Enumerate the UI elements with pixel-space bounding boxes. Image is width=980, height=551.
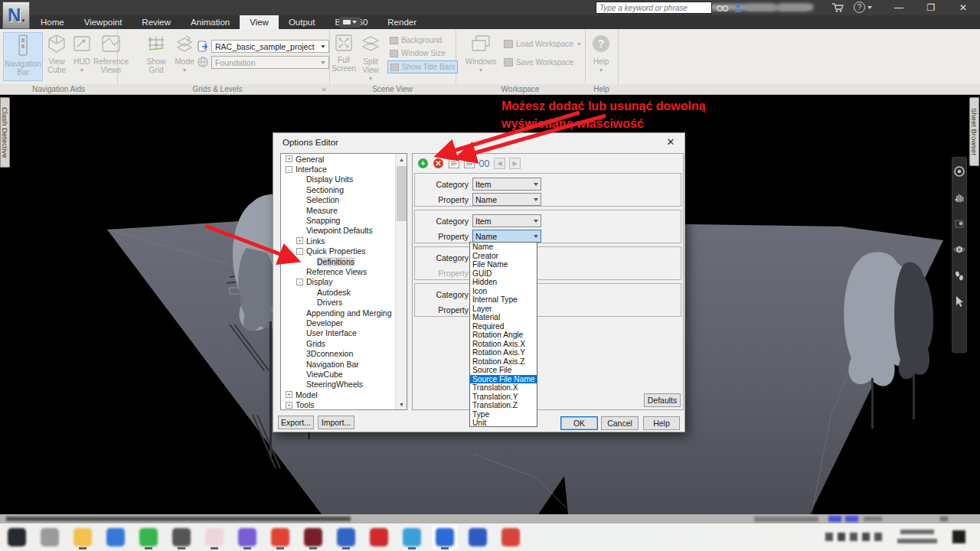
load-workspace-button[interactable]: Load Workspace ▼ [501,38,584,50]
expand-icon[interactable]: + [286,402,292,409]
view-cube-button[interactable]: View Cube [44,32,69,81]
tree-item-autodesk[interactable]: Autodesk [281,287,407,297]
taskbar-app-icon-9[interactable] [271,528,289,546]
windows-button[interactable]: Windows ▼ [466,32,496,81]
taskbar-app-icon-13[interactable] [403,528,421,546]
tree-item-selection[interactable]: Selection [281,195,407,205]
dropdown-item-material[interactable]: Material [470,313,537,322]
tree-item-model[interactable]: +Model [281,390,407,399]
add-property-button[interactable]: + [416,158,430,170]
save-workspace-button[interactable]: Save Workspace [501,57,576,68]
tree-scrollbar[interactable]: ▲ ▼ [395,154,407,409]
forward-button[interactable]: ▶ [508,158,521,170]
dropdown-item-layer[interactable]: Layer [470,305,537,314]
dropdown-item-rotation-axis-z[interactable]: Rotation Axis.Z [470,357,537,367]
binoculars-search-icon[interactable] [717,3,729,12]
taskbar-app-icon-7[interactable] [205,528,224,546]
property-combo[interactable]: Name [472,193,541,206]
grid-mode-button[interactable]: Mode ▼ [173,32,196,81]
dropdown-item-required[interactable]: Required [470,322,537,331]
taskbar-app-icon-15[interactable] [469,528,487,546]
level-combo[interactable]: Foundation [211,56,329,69]
tab-output[interactable]: Output [279,15,325,29]
tree-item-interface[interactable]: -Interface [281,164,407,174]
move-up-list-icon[interactable] [447,158,460,170]
project-combo[interactable]: RAC_basic_sample_project [211,40,329,53]
property-dropdown-list[interactable]: NameCreatorFile NameGUIDHiddenIconIntern… [469,242,537,427]
taskbar-app-icon-1[interactable] [8,528,26,546]
tree-item-display-units[interactable]: Display Units [281,174,407,184]
grids-levels-expander-icon[interactable]: » [318,85,329,93]
scroll-up-icon[interactable]: ▲ [396,154,407,165]
dropdown-item-hidden[interactable]: Hidden [470,278,537,287]
search-input[interactable] [596,2,712,14]
navigation-toolbar[interactable] [952,157,967,353]
cancel-button[interactable]: Cancel [601,416,639,430]
help-icon[interactable]: ? [854,2,865,13]
tray-app-icon[interactable] [952,530,965,543]
full-screen-button[interactable]: Full Screen [332,32,356,81]
tab-viewpoint[interactable]: Viewpoint [74,15,132,29]
show-grid-button[interactable]: Show Grid [144,32,168,81]
export-levels-icon[interactable] [198,41,209,52]
taskbar-app-icon-4[interactable] [106,528,125,546]
taskbar-app-icon-5[interactable] [139,528,158,546]
collapse-icon[interactable]: - [296,279,303,285]
select-arrow-tool-icon[interactable] [953,295,965,311]
tree-item-viewcube[interactable]: ViewCube [281,369,407,379]
back-button[interactable]: ◀ [493,158,506,170]
dropdown-item-name[interactable]: Name [470,243,537,252]
dropdown-item-internal-type[interactable]: Internal Type [470,295,537,305]
tree-item-sectioning[interactable]: Sectioning [281,184,407,194]
dropdown-item-translation-z[interactable]: Translation.Z [470,401,537,410]
tab-render[interactable]: Render [377,15,426,29]
dropdown-item-source-file-name[interactable]: Source File Name [470,375,537,384]
dropdown-item-translation-y[interactable]: Translation.Y [470,393,537,402]
taskbar-app-icon-8[interactable] [238,528,256,546]
dropdown-item-file-name[interactable]: File Name [470,260,537,269]
taskbar-app-icon-2[interactable] [41,528,59,546]
navigation-bar-button[interactable]: Navigation Bar [3,32,43,81]
tab-review[interactable]: Review [132,15,181,29]
tray-icon-3[interactable] [850,533,858,541]
tree-item-measure[interactable]: Measure [281,205,407,215]
help-button[interactable]: Help [643,416,680,430]
user-account-icon[interactable] [733,2,743,13]
scrollbar-thumb[interactable] [397,166,407,221]
category-combo[interactable]: Item [472,214,541,227]
taskbar-app-icon-12[interactable] [370,528,388,546]
steering-wheel-tool-icon[interactable] [953,165,965,181]
taskbar-app-icon-16[interactable] [501,528,520,546]
clash-detective-panel-tab[interactable]: Clash Detective [0,97,10,168]
split-view-button[interactable]: Split View ▼ [358,32,384,81]
expand-icon[interactable]: + [296,237,303,244]
remove-property-button[interactable]: ✕ [432,158,445,170]
tree-item-user-interface[interactable]: User Interface [281,328,407,338]
ok-button[interactable]: OK [560,416,598,430]
expand-icon[interactable]: + [286,155,292,162]
tree-item-developer[interactable]: Developer [281,318,407,328]
tree-item-reference-views[interactable]: Reference Views [281,266,407,276]
scroll-down-icon[interactable]: ▼ [396,399,407,409]
tab-view[interactable]: View [240,15,279,29]
dropdown-item-icon[interactable]: Icon [470,287,537,296]
tree-item-links[interactable]: +Links [281,236,407,246]
tray-icon-4[interactable] [862,533,870,541]
tree-item-snapping[interactable]: Snapping [281,215,407,225]
taskbar-app-icon-14[interactable] [436,528,454,546]
cart-icon[interactable] [831,2,844,13]
dropdown-item-rotation-axis-y[interactable]: Rotation Axis.Y [470,348,537,357]
maximize-button[interactable]: ❐ [920,2,942,13]
scene-view[interactable]: Clash Detective Sheet Browser Możesz dod… [0,95,980,514]
dropdown-item-type[interactable]: Type [470,410,537,419]
taskbar-app-icon-11[interactable] [337,528,355,546]
tree-item-drivers[interactable]: Drivers [281,297,407,307]
tree-item-navigation-bar[interactable]: Navigation Bar [281,359,407,369]
application-menu-button[interactable]: N ▾ [2,2,30,29]
tree-item-viewpoint-defaults[interactable]: Viewpoint Defaults [281,226,407,236]
taskbar-app-icon-3[interactable] [74,528,92,546]
tab-animation[interactable]: Animation [181,15,240,29]
walk-tool-icon[interactable] [953,269,965,285]
minimize-button[interactable]: — [888,2,910,13]
orbit-tool-icon[interactable] [953,243,965,259]
